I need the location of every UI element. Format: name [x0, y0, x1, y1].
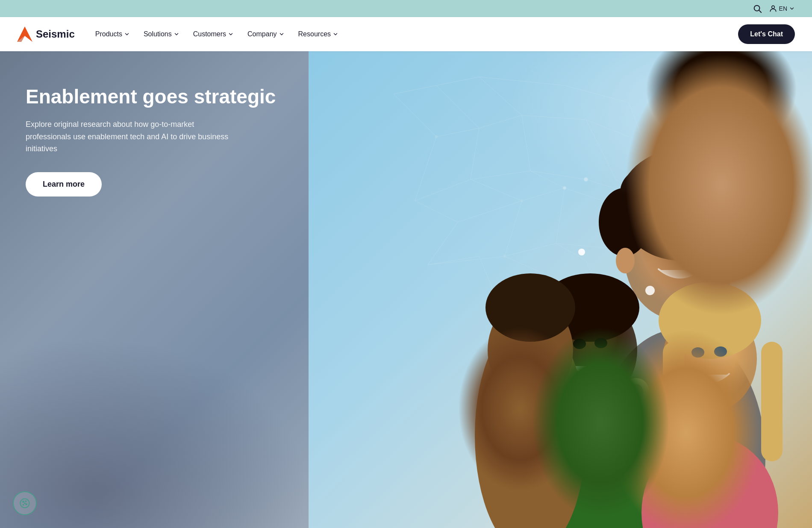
svg-point-22	[599, 188, 650, 256]
logo[interactable]: Seismic	[17, 26, 75, 42]
svg-point-29	[522, 414, 659, 528]
svg-point-6	[23, 501, 24, 502]
nav-item-company[interactable]: Company	[242, 27, 289, 41]
svg-point-43	[475, 316, 586, 528]
svg-rect-30	[575, 384, 605, 423]
svg-point-28	[616, 248, 635, 273]
language-selector[interactable]: EN	[769, 4, 795, 13]
svg-point-46	[578, 249, 585, 255]
cookie-preferences-button[interactable]	[13, 491, 37, 515]
svg-point-20	[624, 192, 736, 320]
svg-point-8	[26, 504, 27, 505]
nav-label-company: Company	[247, 30, 277, 38]
svg-rect-49	[309, 51, 812, 308]
hero-right-panel	[309, 51, 812, 528]
svg-point-38	[659, 282, 761, 359]
svg-rect-36	[695, 393, 725, 431]
chevron-down-icon	[332, 31, 338, 37]
svg-point-25	[680, 162, 740, 214]
svg-point-45	[485, 273, 575, 342]
navbar: Seismic Products Solutions Customers	[0, 17, 812, 51]
lets-chat-button[interactable]: Let's Chat	[738, 24, 795, 44]
svg-point-27	[685, 241, 700, 253]
svg-line-1	[759, 10, 761, 12]
hero-subtitle: Explore original research about how go-t…	[26, 118, 239, 155]
svg-point-9	[23, 505, 24, 505]
hero-image	[309, 51, 812, 528]
svg-point-13	[521, 199, 523, 202]
nav-label-resources: Resources	[298, 30, 331, 38]
chevron-down-icon	[789, 6, 795, 12]
language-label: EN	[779, 5, 787, 12]
chevron-down-icon	[279, 31, 285, 37]
svg-point-7	[25, 501, 26, 502]
svg-rect-40	[761, 342, 783, 461]
svg-point-42	[714, 346, 727, 357]
svg-marker-3	[17, 26, 32, 42]
svg-point-14	[563, 186, 566, 190]
svg-point-35	[641, 436, 778, 528]
svg-point-17	[640, 195, 643, 198]
logo-icon	[17, 26, 32, 42]
learn-more-button[interactable]: Learn more	[26, 172, 102, 197]
svg-point-37	[663, 305, 757, 412]
hero-left-panel: Enablement goes strategic Explore origin…	[0, 51, 309, 528]
svg-rect-39	[663, 342, 684, 470]
nav-item-resources[interactable]: Resources	[293, 27, 344, 41]
hero-scene-svg	[309, 51, 812, 528]
svg-point-33	[573, 339, 586, 349]
nav-item-products[interactable]: Products	[90, 27, 135, 41]
nav-label-products: Products	[95, 30, 122, 38]
top-bar: EN	[0, 0, 812, 17]
svg-point-21	[618, 150, 742, 261]
chevron-down-icon	[228, 31, 234, 37]
svg-point-23	[710, 188, 761, 256]
svg-point-32	[541, 273, 639, 342]
svg-point-41	[691, 347, 704, 358]
svg-point-15	[503, 255, 506, 258]
svg-point-47	[645, 286, 655, 295]
svg-point-2	[771, 6, 774, 9]
cookie-icon	[19, 497, 31, 509]
nav-label-solutions: Solutions	[144, 30, 172, 38]
nav-label-customers: Customers	[193, 30, 226, 38]
chevron-down-icon	[124, 31, 130, 37]
svg-point-10	[24, 503, 25, 504]
hero-title: Enablement goes strategic	[26, 85, 283, 108]
svg-rect-19	[663, 299, 697, 342]
logo-text: Seismic	[36, 28, 75, 40]
nav-item-customers[interactable]: Customers	[188, 27, 239, 41]
nav-item-solutions[interactable]: Solutions	[138, 27, 185, 41]
hero-section: Enablement goes strategic Explore origin…	[0, 51, 812, 528]
svg-point-34	[594, 338, 607, 348]
svg-point-48	[749, 218, 756, 226]
user-icon	[769, 4, 777, 13]
svg-point-12	[435, 135, 438, 138]
svg-rect-11	[309, 51, 812, 528]
svg-point-16	[584, 177, 588, 182]
chevron-down-icon	[174, 31, 179, 37]
svg-point-31	[543, 297, 637, 404]
svg-point-26	[659, 242, 675, 254]
search-icon[interactable]	[753, 4, 762, 13]
nav-links: Products Solutions Customers Company	[90, 27, 344, 41]
svg-point-24	[620, 167, 680, 218]
svg-point-18	[594, 329, 765, 528]
svg-point-44	[488, 299, 573, 402]
nav-left: Seismic Products Solutions Customers	[17, 26, 344, 42]
